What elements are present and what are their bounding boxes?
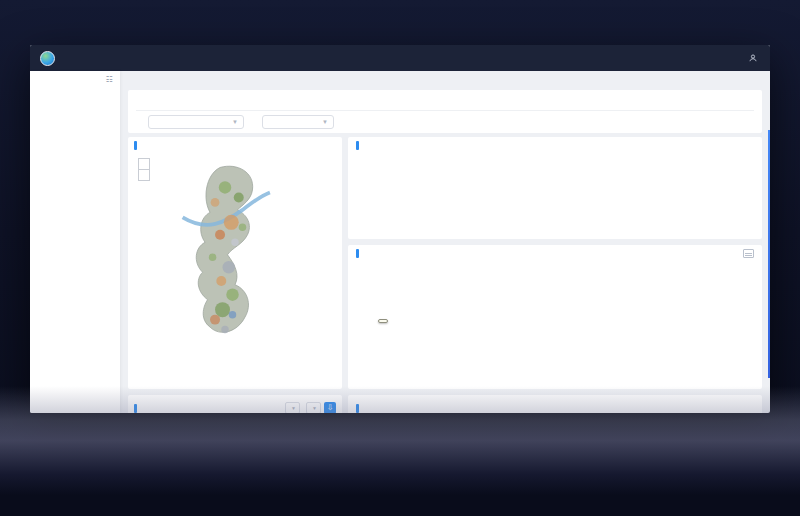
map-panel-title bbox=[134, 141, 336, 150]
region-row bbox=[136, 94, 754, 107]
overview-panel-title bbox=[356, 141, 754, 150]
year-to-select[interactable]: ▼ bbox=[306, 402, 321, 413]
window-edge-accent bbox=[768, 130, 770, 378]
user-account[interactable] bbox=[749, 54, 760, 62]
app-body: ☷ bbox=[30, 71, 770, 413]
nanjing-map-shape bbox=[160, 160, 310, 372]
app-window: ☷ bbox=[30, 45, 770, 413]
bar-chart-legend bbox=[356, 260, 754, 269]
distribution-panel bbox=[348, 245, 762, 389]
total-area-value bbox=[638, 150, 642, 161]
map-zoom-controls bbox=[138, 158, 150, 181]
app-logo-icon bbox=[40, 51, 55, 66]
chevron-down-icon: ▼ bbox=[312, 405, 317, 411]
time-select[interactable]: ▼ bbox=[148, 115, 244, 129]
change-panel-title bbox=[134, 404, 141, 413]
filter-divider bbox=[136, 110, 754, 111]
main-content: ▼ ▼ bbox=[120, 71, 770, 413]
overview-panel bbox=[348, 137, 762, 239]
map-area[interactable] bbox=[134, 152, 336, 385]
stacked-bar-chart bbox=[356, 269, 754, 385]
content-row bbox=[128, 137, 762, 389]
table-toggle-icon[interactable] bbox=[743, 249, 754, 258]
right-column bbox=[348, 137, 762, 389]
screenshot-tooltip bbox=[378, 319, 388, 323]
chevron-down-icon: ▼ bbox=[291, 405, 296, 411]
total-area-line bbox=[526, 150, 754, 161]
map-panel bbox=[128, 137, 342, 389]
unit-select[interactable]: ▼ bbox=[262, 115, 334, 129]
sidebar-collapse-icon[interactable]: ☷ bbox=[106, 76, 113, 84]
overview-stats bbox=[526, 150, 754, 161]
user-icon bbox=[749, 54, 757, 62]
zoom-out-button[interactable] bbox=[138, 169, 150, 181]
title-accent-bar bbox=[356, 404, 359, 413]
title-accent-bar bbox=[134, 141, 137, 150]
distribution-panel-header bbox=[356, 249, 754, 258]
year-from-select[interactable]: ▼ bbox=[285, 402, 300, 413]
distribution-panel-title bbox=[356, 249, 363, 258]
other-filter-row: ▼ ▼ bbox=[136, 114, 754, 129]
trend-panel bbox=[348, 395, 762, 413]
title-accent-bar bbox=[356, 141, 359, 150]
distribution-unit-area bbox=[739, 249, 754, 258]
filter-panel: ▼ ▼ bbox=[128, 90, 762, 133]
trend-panel-title bbox=[356, 404, 363, 413]
bottom-row: ▼ ▼ ⇩ bbox=[128, 395, 762, 413]
title-accent-bar bbox=[356, 249, 359, 258]
page-background: ☷ bbox=[0, 0, 800, 516]
download-icon[interactable]: ⇩ bbox=[324, 402, 336, 413]
breadcrumb bbox=[128, 76, 762, 87]
chevron-down-icon: ▼ bbox=[322, 119, 328, 125]
app-header bbox=[30, 45, 770, 71]
change-panel: ▼ ▼ ⇩ bbox=[128, 395, 342, 413]
chevron-down-icon: ▼ bbox=[232, 119, 238, 125]
sidebar: ☷ bbox=[30, 71, 120, 413]
title-accent-bar bbox=[134, 404, 137, 413]
year-range-controls: ▼ ▼ ⇩ bbox=[285, 402, 336, 413]
